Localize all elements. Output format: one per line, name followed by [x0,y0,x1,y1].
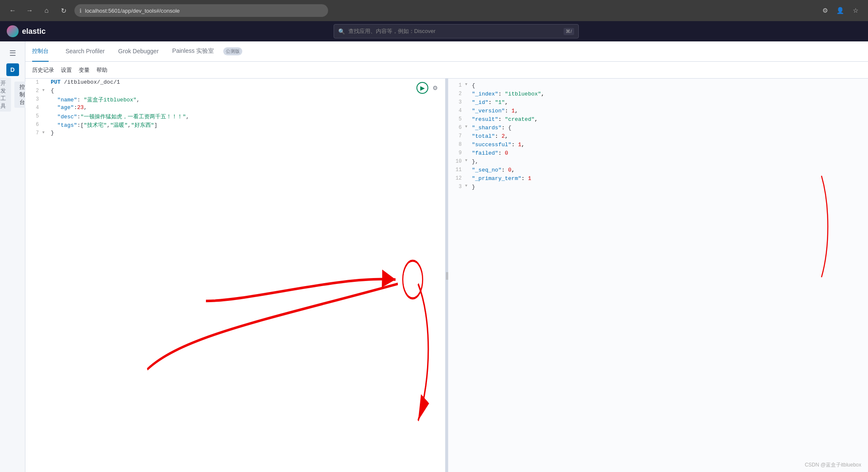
response-line-8: 8 "successful": 1, [448,141,868,150]
resp-arrow-10: ▼ [465,158,472,163]
line-content-5: "desc":"一顿操作猛如虎，一看工资两千五！！！", [49,113,189,120]
response-line-7: 7 "total": 2, [448,133,868,141]
bookmark-button[interactable]: ☆ [849,5,861,16]
resp-arrow-1: ▼ [465,82,472,87]
beta-badge: 公测版 [223,47,242,55]
browser-chrome: ← → ⌂ ↻ ℹ localhost:5601/app/dev_tools#/… [0,0,868,21]
line-num-6: 6 [25,121,42,128]
line-content-6: "tags":["技术宅","温暖","好东西"] [49,121,157,129]
line-arrow-2: ▼ [42,87,49,93]
resp-content-2: "_index": "itbluebox", [472,91,545,97]
resp-content-4: "_version": 1, [472,108,518,114]
back-button[interactable]: ← [7,5,19,16]
history-button[interactable]: 历史记录 [32,65,54,76]
resp-num-8: 8 [448,142,465,147]
resp-content-12: "_primary_term": 1 [472,175,531,182]
tab-painless[interactable]: Painless 实验室 [165,41,221,62]
forward-button[interactable]: → [24,5,36,16]
line-content-2: { [49,87,54,94]
resp-arrow-6: ▼ [465,125,472,129]
response-line-11: 11 "_seq_no": 0, [448,166,868,175]
line-arrow-7: ▼ [42,130,49,135]
line-content-4: "age":23, [49,104,87,111]
resp-num-9: 9 [448,150,465,156]
svg-point-2 [403,261,423,298]
run-button-area: ▶ ⚙ [416,82,440,94]
editor-line-7: 7 ▼ } [25,129,445,138]
extensions-button[interactable]: ⚙ [819,5,831,16]
hamburger-menu-button[interactable]: ☰ [4,45,21,62]
resp-content-7: "total": 2, [472,133,508,139]
line-num-4: 4 [25,104,42,111]
help-button[interactable]: 帮助 [96,65,107,76]
console-main: 控制台 Search Profiler Grok Debugger Painle… [25,41,868,472]
kibana-topbar: elastic 🔍 查找应用、内容等，例如：Discover ⌘/ [0,21,868,41]
resp-num-13: 3 [448,184,465,190]
line-content-7: } [49,130,54,136]
response-line-4: 4 "_version": 1, [448,107,868,116]
line-num-5: 5 [25,113,42,119]
response-line-6: 6 ▼ "_shards": { [448,124,868,133]
resp-num-1: 1 [448,82,465,88]
resp-content-1: { [472,82,475,89]
elastic-logo-text: elastic [22,27,46,36]
response-line-3: 3 "_id": "1", [448,99,868,107]
response-line-1: 1 ▼ { [448,82,868,90]
avatar[interactable]: D [6,63,19,76]
response-pane: 1 ▼ { 2 "_index": "itbluebox", 3 "_id": … [448,79,868,472]
editor-line-2: 2 ▼ { [25,87,445,95]
tab-search-profiler[interactable]: Search Profiler [59,41,112,62]
resp-num-5: 5 [448,116,465,122]
editor-line-1: 1 PUT /itbluebox/_doc/1 [25,79,445,87]
line-arrow-3 [42,96,49,97]
response-line-5: 5 "result": "created", [448,116,868,124]
editor-line-3: 3 "name": "蓝盒子itbluebox", [25,95,445,104]
resp-num-3: 3 [448,99,465,105]
variables-button[interactable]: 变量 [79,65,90,76]
resp-content-13: } [472,184,475,190]
editor-line-5: 5 "desc":"一顿操作猛如虎，一看工资两千五！！！", [25,112,445,121]
elastic-logo-circle [7,25,19,37]
tab-console[interactable]: 控制台 [32,41,49,62]
response-line-10: 10 ▼ }, [448,158,868,166]
url-bar[interactable]: ℹ localhost:5601/app/dev_tools#/console [74,4,328,17]
resp-num-4: 4 [448,108,465,114]
resp-content-6: "_shards": { [472,125,512,131]
response-line-2: 2 "_index": "itbluebox", [448,90,868,99]
line-num-3: 3 [25,96,42,102]
wrench-button[interactable]: ⚙ [430,83,440,93]
console-area: 1 PUT /itbluebox/_doc/1 2 ▼ { 3 "name": … [25,79,868,472]
kibana-search-bar[interactable]: 🔍 查找应用、内容等，例如：Discover ⌘/ [334,24,579,38]
resp-content-11: "_seq_no": 0, [472,167,515,173]
breadcrumb-devtools[interactable]: 开发工具 [0,78,11,112]
line-content-3: "name": "蓝盒子itbluebox", [49,96,140,104]
response-line-9: 9 "failed": 0 [448,150,868,158]
refresh-button[interactable]: ↻ [58,5,69,16]
search-shortcut: ⌘/ [564,28,574,35]
editor-pane[interactable]: 1 PUT /itbluebox/_doc/1 2 ▼ { 3 "name": … [25,79,446,472]
resp-content-10: }, [472,158,479,165]
resp-num-6: 6 [448,125,465,131]
home-button[interactable]: ⌂ [41,5,52,16]
profile-button[interactable]: 👤 [834,5,846,16]
line-num-1: 1 [25,79,42,85]
sidebar: ☰ D 开发工具 控制台 [0,41,25,472]
app-tabs-header: 控制台 Search Profiler Grok Debugger Painle… [25,41,868,62]
editor-line-6: 6 "tags":["技术宅","温暖","好东西"] [25,121,445,129]
settings-button[interactable]: 设置 [61,65,72,76]
resp-num-12: 12 [448,175,465,181]
resp-num-2: 2 [448,91,465,97]
search-icon: 🔍 [338,28,345,35]
url-text: localhost:5601/app/dev_tools#/console [85,8,180,14]
response-line-13: 3 ▼ } [448,183,868,192]
response-line-12: 12 "_primary_term": 1 [448,175,868,183]
console-toolbar: 历史记录 设置 变量 帮助 [25,62,868,79]
run-button[interactable]: ▶ [416,82,428,94]
tab-grok-debugger[interactable]: Grok Debugger [112,41,166,62]
line-arrow-1 [42,79,49,80]
resp-content-8: "successful": 1, [472,142,525,148]
resp-arrow-13: ▼ [465,184,472,188]
browser-action-buttons: ⚙ 👤 ☆ [819,5,861,16]
resp-num-7: 7 [448,133,465,139]
secure-icon: ℹ [79,8,82,14]
